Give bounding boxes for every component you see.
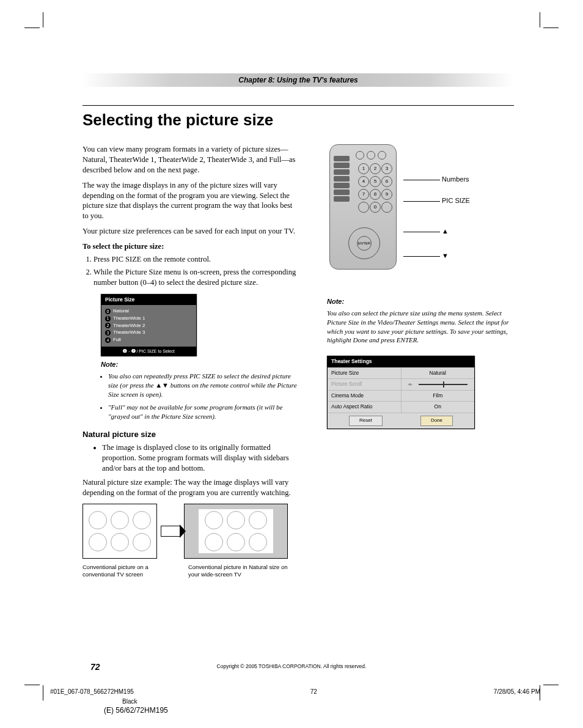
caption-widescreen: Conventional picture in Natural size on … — [188, 564, 299, 578]
menu-item-tw1: 1 TheaterWide 1 — [105, 315, 193, 322]
menu-title: Picture Size — [101, 295, 196, 305]
enter-button: ENTER — [357, 236, 372, 251]
widescreen-tv-diagram — [184, 504, 288, 559]
theater-row-value: ◂▸ — [402, 379, 475, 390]
theater-row-value: Film — [402, 391, 475, 401]
number-1-icon: 1 — [105, 316, 111, 322]
label-up-text: ▲ — [442, 227, 449, 235]
intro-para-2: The way the image displays in any of the… — [82, 180, 299, 222]
theater-row-picture-scroll: Picture Scroll ◂▸ — [328, 378, 474, 390]
footer-info: #01E_067-078_566272HM195 72 7/28/05, 4:4… — [50, 688, 540, 695]
crop-mark — [43, 12, 43, 28]
note-1: You also can repeatedly press PIC SIZE t… — [108, 372, 299, 399]
footer-date: 7/28/05, 4:46 PM — [494, 688, 540, 695]
natural-bullet-item: The image is displayed close to its orig… — [102, 443, 299, 474]
note-2: "Full" may not be available for some pro… — [108, 403, 299, 421]
menu-item-natural: 0 Natural — [105, 308, 193, 315]
subhead-select: To select the picture size: — [82, 241, 299, 252]
label-up: ▲ — [403, 227, 449, 236]
footer-file: #01E_067-078_566272HM195 — [50, 688, 134, 695]
crop-mark — [543, 28, 559, 28]
menu-footer: ⓿ - ❹ / PIC SIZE to Select — [101, 347, 196, 356]
conventional-tv-diagram — [82, 504, 157, 559]
chapter-banner: Chapter 8: Using the TV's features — [82, 73, 514, 87]
crop-mark — [24, 28, 40, 28]
footer-model: (E) 56/62/72HM195 — [104, 706, 540, 715]
left-column: You can view many program formats in a v… — [82, 144, 299, 578]
theater-row-picture-size: Picture Size Natural — [328, 367, 474, 378]
slider-icon — [419, 384, 468, 385]
step-2: While the Picture Size menu is on-screen… — [94, 267, 299, 288]
theater-title: Theater Settings — [328, 356, 474, 367]
note-label-left: Note: — [101, 360, 299, 369]
crop-mark — [540, 12, 540, 28]
divider — [82, 105, 514, 106]
menu-item-label: TheaterWide 2 — [113, 323, 145, 329]
theater-row-key: Picture Size — [328, 368, 402, 378]
menu-item-tw3: 3 TheaterWide 3 — [105, 329, 193, 336]
reset-button: Reset — [349, 416, 383, 426]
number-3-icon: 3 — [105, 330, 111, 336]
theater-row-value: On — [402, 402, 475, 412]
footer-black: Black — [122, 698, 540, 705]
theater-row-auto-aspect: Auto Aspect Ratio On — [328, 401, 474, 412]
crop-mark — [43, 685, 43, 700]
theater-row-cinema-mode: Cinema Mode Film — [328, 390, 474, 401]
menu-item-label: TheaterWide 3 — [113, 329, 145, 336]
done-button: Done — [420, 416, 453, 426]
number-0-icon: 0 — [105, 309, 111, 314]
natural-bullet: The image is displayed close to its orig… — [102, 443, 299, 474]
label-numbers: Numbers — [403, 175, 469, 184]
intro-para-1: You can view many program formats in a v… — [82, 144, 299, 175]
theater-row-value: Natural — [402, 368, 475, 378]
caption-conventional: Conventional picture on a conventional T… — [82, 564, 154, 578]
note-list-left: You also can repeatedly press PIC SIZE t… — [108, 372, 299, 421]
menu-item-full: 4 Full — [105, 337, 193, 344]
number-4-icon: 4 — [105, 337, 111, 343]
copyright-text: Copyright © 2005 TOSHIBA CORPORATION. Al… — [0, 663, 583, 669]
label-numbers-text: Numbers — [442, 175, 469, 183]
label-down: ▼ — [403, 251, 449, 260]
dpad-icon: ENTER — [348, 227, 380, 259]
section-natural-heading: Natural picture size — [82, 429, 299, 440]
note-label-right: Note: — [327, 297, 514, 306]
theater-row-key: Auto Aspect Ratio — [328, 402, 402, 412]
remote-control-diagram: 123 456 789 0 ENTER — [329, 144, 397, 270]
crop-mark — [543, 685, 559, 685]
arrow-right-icon — [161, 526, 180, 537]
example-diagram — [82, 504, 299, 559]
natural-para: Natural picture size example: The way th… — [82, 477, 299, 498]
note-right-text: You also can select the picture size usi… — [327, 309, 514, 345]
label-picsize-text: PIC SIZE — [442, 197, 470, 204]
page-title: Selecting the picture size — [82, 111, 514, 130]
crop-mark — [24, 685, 40, 685]
step-1: Press PIC SIZE on the remote control. — [94, 254, 299, 265]
right-column: 123 456 789 0 ENTER Numbers PIC SIZE ▲ — [327, 144, 514, 578]
label-picsize: PIC SIZE — [403, 196, 470, 205]
theater-settings-menu: Theater Settings Picture Size Natural Pi… — [327, 356, 475, 428]
theater-row-key: Cinema Mode — [328, 391, 402, 401]
menu-item-label: Full — [113, 337, 121, 344]
menu-item-label: TheaterWide 1 — [113, 315, 145, 322]
theater-row-key: Picture Scroll — [328, 379, 402, 390]
intro-para-3: Your picture size preferences can be sav… — [82, 226, 299, 237]
steps-list: Press PIC SIZE on the remote control. Wh… — [94, 254, 299, 288]
footer-page: 72 — [310, 688, 317, 695]
number-2-icon: 2 — [105, 323, 111, 328]
menu-item-tw2: 2 TheaterWide 2 — [105, 323, 193, 329]
label-down-text: ▼ — [442, 252, 449, 259]
picture-size-menu: Picture Size 0 Natural 1 TheaterWide 1 2… — [101, 294, 197, 357]
menu-item-label: Natural — [113, 308, 129, 315]
